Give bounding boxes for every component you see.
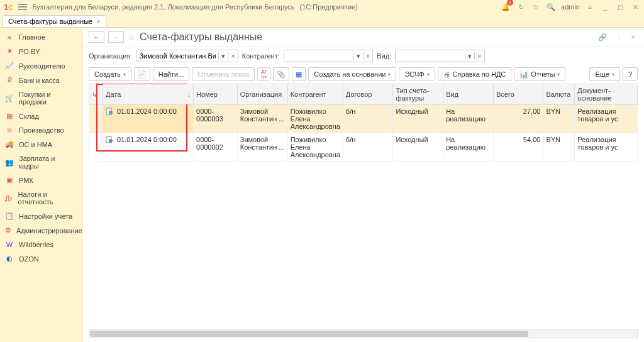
column-header[interactable]: Договор <box>343 84 393 105</box>
link-icon[interactable]: 🔗 <box>596 32 609 43</box>
eschf-button[interactable]: ЭСЧФ ▾ <box>399 67 435 81</box>
attach-button[interactable]: 📎 <box>273 67 289 81</box>
settings-lines-icon[interactable]: ≡ <box>585 2 595 12</box>
sidebar-item[interactable]: ₽Банк и касса <box>0 73 82 87</box>
cp-label: Контрагент: <box>242 52 280 60</box>
spravka-button[interactable]: 🖨 Справка по НДС <box>438 67 512 81</box>
chevron-down-icon[interactable]: ▾ <box>353 52 363 60</box>
create-button[interactable]: Создать▾ <box>89 67 131 81</box>
copy-button[interactable]: 📄 <box>134 67 150 81</box>
column-header[interactable]: Дата↓ <box>103 84 193 105</box>
favorite-icon[interactable]: ☆ <box>531 2 541 12</box>
sidebar-item[interactable]: ≡Главное <box>0 30 82 44</box>
cp-input[interactable] <box>284 50 353 62</box>
tab-strip: Счета-фактуры выданные × <box>0 14 644 28</box>
column-header[interactable]: Валюта <box>543 84 575 105</box>
vid-value: На реализацию <box>443 133 494 162</box>
chevron-down-icon[interactable]: ▾ <box>465 52 474 60</box>
history-icon[interactable]: ↻ <box>516 2 526 12</box>
vid-combo[interactable]: ▾ × <box>395 50 484 62</box>
nav-fwd-button[interactable]: → <box>108 31 124 43</box>
minimize-icon[interactable]: _ <box>600 2 610 12</box>
sidebar-item[interactable]: ▦Склад <box>0 109 82 123</box>
help-button[interactable]: ? <box>623 67 638 81</box>
column-header[interactable]: Контрагент <box>287 84 343 105</box>
clear-icon[interactable]: × <box>228 52 237 60</box>
close-window-icon[interactable]: ✕ <box>630 2 640 12</box>
table-row[interactable]: 01.01.2024 0:00:000000-0000002Зимовой Ко… <box>89 133 638 162</box>
section-icon: ⚙ <box>5 226 11 234</box>
sidebar-item[interactable]: 📈Руководителю <box>0 58 82 73</box>
nav-back-button[interactable]: ← <box>89 31 104 43</box>
dtct-button[interactable]: ДтКт <box>257 67 270 81</box>
grid: ↳Дата↓НомерОрганизацияКонтрагентДоговорТ… <box>82 84 644 329</box>
section-icon: ≡ <box>5 33 14 41</box>
app-title: Бухгалтерия для Беларуси, редакция 2.1. … <box>32 3 294 11</box>
notifications-icon[interactable]: 🔔1 <box>501 2 511 12</box>
cur-value: BYN <box>543 105 575 133</box>
sidebar-item[interactable]: ▣РМК <box>0 173 82 187</box>
document-icon <box>106 108 113 115</box>
column-header[interactable]: Всего <box>494 84 543 105</box>
close-page-icon[interactable]: × <box>629 32 638 42</box>
app-mode: (1С:Предприятие) <box>300 3 358 11</box>
sidebar-item[interactable]: 👥Зарплата и кадры <box>0 152 82 173</box>
column-header[interactable]: Организация <box>237 84 287 105</box>
sidebar-item[interactable]: 📋Настройки учета <box>0 209 82 223</box>
sidebar-item[interactable]: ⚙Администрирование <box>0 223 82 238</box>
column-header[interactable]: Документ-основание <box>575 84 638 105</box>
tab-label: Счета-фактуры выданные <box>8 18 92 25</box>
user-label[interactable]: admin <box>561 3 580 11</box>
maximize-icon[interactable]: ◻ <box>615 2 625 12</box>
filter-row: Организация: ▾ × Контрагент: ▾ × Вид: ▾ … <box>82 47 644 65</box>
cp-combo[interactable]: ▾ × <box>284 50 373 62</box>
vid-input[interactable] <box>396 50 465 62</box>
sidebar-item-label: Руководителю <box>19 62 65 70</box>
column-header[interactable]: Тип счета-фактуры <box>393 84 443 105</box>
column-header[interactable]: Вид <box>443 84 494 105</box>
org-label: Организация: <box>89 52 132 60</box>
toolbar: Создать▾ 📄 Найти... Отменить поиск ДтКт … <box>82 65 644 84</box>
section-icon: ▣ <box>5 176 14 184</box>
more-button[interactable]: Еще ▾ <box>589 67 619 81</box>
sidebar-item[interactable]: ✷PO.BY <box>0 44 82 58</box>
tip-value: Исходный <box>393 105 443 133</box>
dots-icon[interactable]: ⋮ <box>613 32 625 43</box>
horizontal-scrollbar[interactable] <box>89 329 638 338</box>
dog-value: б/н <box>343 133 393 162</box>
list-settings-button[interactable]: ▦ <box>292 67 306 81</box>
section-icon: Дт <box>5 194 13 202</box>
section-icon: ₽ <box>5 76 14 84</box>
reports-button[interactable]: 📊 Отчеты ▾ <box>514 67 565 81</box>
tip-value: Исходный <box>393 133 443 162</box>
sidebar-item[interactable]: 🛒Покупки и продажи <box>0 87 82 109</box>
search-icon[interactable]: 🔍 <box>546 2 556 12</box>
clear-icon[interactable]: × <box>363 52 372 60</box>
sidebar-item[interactable]: WWildberries <box>0 238 82 251</box>
create-based-button[interactable]: Создать на основании ▾ <box>308 67 396 81</box>
section-icon: ◐ <box>5 255 14 263</box>
sidebar-item[interactable]: ◐OZON <box>0 251 82 266</box>
org-combo[interactable]: ▾ × <box>136 50 238 62</box>
vid-label: Вид: <box>377 52 391 60</box>
sidebar-item-label: Главное <box>19 33 45 41</box>
sidebar-item[interactable]: ДтНалоги и отчетность <box>0 187 82 209</box>
table-row[interactable]: 01.01.2024 0:00:000000-0000003Зимовой Ко… <box>89 105 638 133</box>
sidebar-item-label: Зарплата и кадры <box>19 155 77 170</box>
org-value: Зимовой Константин ... <box>237 105 287 133</box>
tab-close-icon[interactable]: × <box>96 18 100 25</box>
find-button[interactable]: Найти... <box>153 67 190 81</box>
sidebar-item-label: РМК <box>19 177 33 184</box>
clear-icon[interactable]: × <box>474 52 484 60</box>
star-icon[interactable]: ☆ <box>128 32 136 42</box>
tab-active[interactable]: Счета-фактуры выданные × <box>3 15 106 27</box>
sidebar-item[interactable]: ⛭Производство <box>0 123 82 137</box>
column-header[interactable]: Номер <box>194 84 238 105</box>
sidebar-item-label: Склад <box>19 113 39 120</box>
org-input[interactable] <box>136 50 218 62</box>
sidebar-item[interactable]: 🚚ОС и НМА <box>0 137 82 152</box>
menu-burger-icon[interactable] <box>18 4 27 10</box>
chevron-down-icon[interactable]: ▾ <box>218 52 228 60</box>
section-icon: 👥 <box>5 158 14 167</box>
section-icon: ⛭ <box>5 126 14 134</box>
